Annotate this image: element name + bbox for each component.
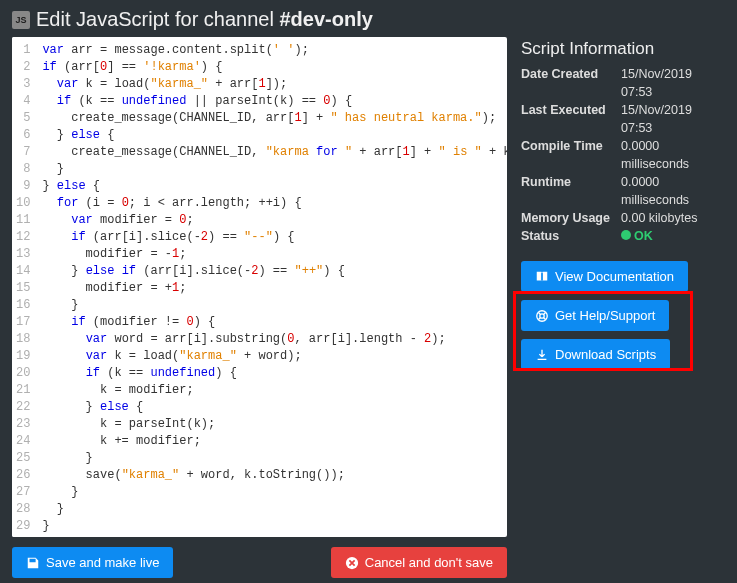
get-help-button[interactable]: Get Help/Support: [521, 300, 669, 331]
book-icon: [535, 270, 549, 284]
js-badge-icon: JS: [12, 11, 30, 29]
info-label: Status: [521, 227, 621, 245]
lifebuoy-icon: [535, 309, 549, 323]
svg-point-1: [540, 313, 544, 317]
info-row: Memory Usage0.00 kilobytes: [521, 209, 725, 227]
save-label: Save and make live: [46, 555, 159, 570]
info-value: 0.0000 milliseconds: [621, 137, 725, 173]
info-label: Compile Time: [521, 137, 621, 173]
download-label: Download Scripts: [555, 347, 656, 362]
download-icon: [535, 348, 549, 362]
code-area[interactable]: var arr = message.content.split(' ');if …: [36, 37, 507, 537]
info-value: 15/Nov/2019 07:53: [621, 65, 725, 101]
footer: Save and make live Cancel and don't save: [0, 537, 519, 578]
info-row-status: StatusOK: [521, 227, 725, 245]
status-value: OK: [621, 227, 725, 245]
info-row: Compile Time0.0000 milliseconds: [521, 137, 725, 173]
info-table: Date Created15/Nov/2019 07:53Last Execut…: [521, 65, 725, 245]
info-value: 0.00 kilobytes: [621, 209, 725, 227]
view-docs-label: View Documentation: [555, 269, 674, 284]
ok-icon: [621, 230, 631, 240]
line-gutter: 1234567891011121314151617181920212223242…: [12, 37, 36, 537]
info-label: Date Created: [521, 65, 621, 101]
save-icon: [26, 556, 40, 570]
download-scripts-button[interactable]: Download Scripts: [521, 339, 670, 370]
info-row: Runtime0.0000 milliseconds: [521, 173, 725, 209]
info-label: Runtime: [521, 173, 621, 209]
header: JS Edit JavaScript for channel #dev-only: [0, 0, 737, 37]
title-prefix: Edit JavaScript for channel: [36, 8, 279, 30]
sidebar: Script Information Date Created15/Nov/20…: [521, 37, 725, 370]
info-value: 15/Nov/2019 07:53: [621, 101, 725, 137]
page-title: Edit JavaScript for channel #dev-only: [36, 8, 373, 31]
cancel-button[interactable]: Cancel and don't save: [331, 547, 507, 578]
info-label: Memory Usage: [521, 209, 621, 227]
info-title: Script Information: [521, 39, 725, 59]
info-value: 0.0000 milliseconds: [621, 173, 725, 209]
cancel-label: Cancel and don't save: [365, 555, 493, 570]
view-docs-button[interactable]: View Documentation: [521, 261, 688, 292]
cancel-icon: [345, 556, 359, 570]
get-help-label: Get Help/Support: [555, 308, 655, 323]
info-row: Date Created15/Nov/2019 07:53: [521, 65, 725, 101]
sidebar-buttons: View Documentation Get Help/Support Down…: [521, 261, 725, 370]
svg-point-0: [537, 310, 548, 321]
info-label: Last Executed: [521, 101, 621, 137]
save-button[interactable]: Save and make live: [12, 547, 173, 578]
code-editor[interactable]: 1234567891011121314151617181920212223242…: [12, 37, 507, 537]
info-row: Last Executed15/Nov/2019 07:53: [521, 101, 725, 137]
channel-name: #dev-only: [279, 8, 372, 30]
